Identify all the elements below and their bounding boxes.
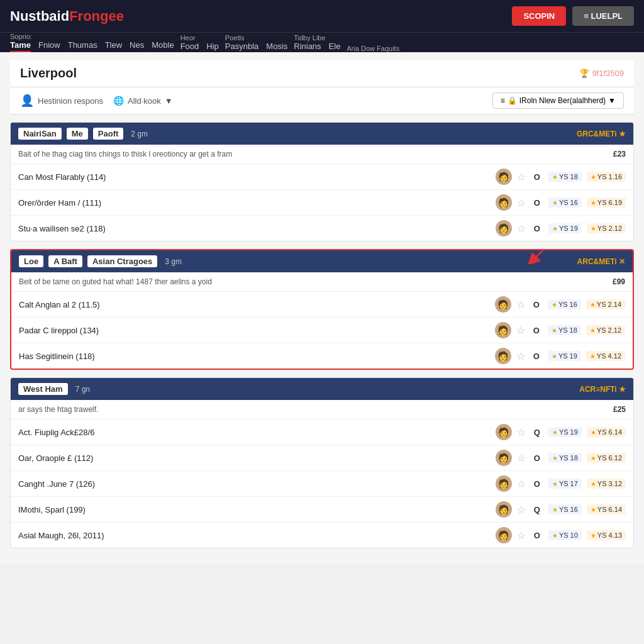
- nav-item-ele[interactable]: Ele: [329, 42, 341, 52]
- filter-hestinion[interactable]: 👤 Hestinion respons: [20, 94, 103, 108]
- section-loe-tags: Loe A Baft Asian Ctragoes 3 gm: [19, 255, 182, 267]
- star-small-icon: ★: [591, 506, 596, 513]
- tag-asian-ctragoes[interactable]: Asian Ctragoes: [87, 255, 157, 267]
- scopin-button[interactable]: SCOPIN: [512, 6, 566, 26]
- section-nairisan: NairiSan Me Paoft 2 gm GRC&METi ★ Bait o…: [10, 122, 634, 242]
- section-westham-header: West Ham 7 gn ACR≡NFTi ★: [11, 378, 633, 400]
- star-icon[interactable]: ☆: [516, 299, 525, 311]
- star-small-icon: ★: [591, 199, 596, 206]
- lock-icon: 🔒: [508, 96, 517, 105]
- row-name: Oar, Oraople £ (112): [18, 453, 491, 463]
- row-badge-1: ★ YS 19: [548, 351, 581, 361]
- row-status: O: [531, 479, 543, 489]
- filter-alld[interactable]: 🌐 Alld·kook ▼: [113, 96, 173, 106]
- star-small-icon: ★: [552, 455, 558, 462]
- filter-left: 👤 Hestinion respons 🌐 Alld·kook ▼: [20, 94, 173, 108]
- star-small-icon: ★: [591, 480, 596, 487]
- section-badge-2: ARC&METi ✕: [577, 257, 625, 266]
- nav-item-mosis[interactable]: Mosis: [266, 42, 287, 52]
- star-small-icon: ★: [591, 174, 596, 180]
- row-status: O: [531, 198, 543, 208]
- star-icon[interactable]: ☆: [517, 197, 526, 209]
- star-icon[interactable]: ☆: [517, 171, 526, 183]
- row-status: O: [530, 326, 543, 335]
- tag-me[interactable]: Me: [67, 128, 88, 140]
- star-icon[interactable]: ☆: [517, 426, 526, 438]
- tag-loe[interactable]: Loe: [19, 255, 43, 267]
- row-name: Has Segitlinein (118): [19, 352, 490, 361]
- nav-item-tame[interactable]: Tame: [10, 40, 31, 52]
- row-name: Orer/ōrder Ham / (111): [18, 198, 491, 208]
- nav-item-hip[interactable]: Hip: [206, 42, 219, 52]
- nav-item-food[interactable]: Food: [180, 42, 199, 52]
- tag-abaft[interactable]: A Baft: [48, 255, 82, 267]
- nav-item-tlew[interactable]: Tlew: [105, 40, 122, 52]
- section-count-1: 2 gm: [131, 130, 148, 138]
- page-id: 🏆 9f1f3509: [579, 69, 624, 78]
- table-row: Padar C lireppol (134) 🧑 ☆ O ★ YS 18 ★ Y…: [11, 318, 633, 343]
- section-nairisan-header: NairiSan Me Paoft 2 gm GRC&METi ★: [11, 123, 633, 145]
- nav-category-aria: Aria Dow Faquits: [347, 45, 399, 52]
- section-desc-3: ar says the htag trawelf. £25: [11, 400, 633, 419]
- page-title-bar: Liverpool 🏆 9f1f3509: [10, 60, 634, 87]
- table-row: IMothi, Sparl (199) 🧑 ☆ Q ★ YS 16 ★ YS 6…: [11, 497, 633, 523]
- luelpl-button[interactable]: ≡ LUELPL: [572, 6, 634, 26]
- chevron-down-icon-filter: ▼: [608, 96, 616, 105]
- star-icon[interactable]: ☆: [517, 452, 526, 464]
- star-icon[interactable]: ☆: [517, 530, 526, 541]
- tag-nairisan[interactable]: NairiSan: [18, 128, 62, 140]
- star-icon[interactable]: ☆: [517, 478, 526, 490]
- page-title: Liverpool: [20, 66, 77, 80]
- row-badge-1: ★ YS 18: [548, 172, 582, 182]
- header-buttons: SCOPIN ≡ LUELPL: [512, 6, 634, 26]
- nav-item-rinians[interactable]: Rinians: [294, 42, 321, 52]
- section-desc-2: Beit of be tame on guted hat what! 1487 …: [11, 272, 633, 292]
- logo-red: Frongee: [69, 8, 124, 25]
- star-small-icon: ★: [552, 506, 558, 513]
- star-small-icon: ★: [552, 353, 557, 360]
- row-badge-1: ★ YS 17: [548, 479, 582, 489]
- filter-sort-button[interactable]: ≡ 🔒 IRoln Nlew Ber(alalhherd) ▼: [492, 92, 624, 109]
- row-badge-1: ★ YS 10: [548, 530, 582, 540]
- nav-item-nes[interactable]: Nes: [130, 40, 144, 52]
- nav-item-thumas[interactable]: Thumas: [68, 40, 97, 52]
- row-status: O: [531, 531, 543, 540]
- star-small-icon: ★: [552, 327, 557, 334]
- section-badge-1: GRC&METi ★: [577, 130, 626, 138]
- tag-paoft[interactable]: Paoft: [93, 128, 124, 140]
- row-badge-1: ★ YS 16: [548, 197, 582, 208]
- avatar: 🧑: [496, 169, 512, 185]
- nav-item-fniow[interactable]: Fniow: [38, 40, 60, 52]
- row-badge-1: ★ YS 19: [548, 427, 582, 437]
- header: NustbaidFrongee SCOPIN ≡ LUELPL: [0, 0, 644, 32]
- row-badge-2: ★ YS 3.12: [587, 479, 626, 489]
- nav-item-pasynbla[interactable]: Pasynbla: [225, 42, 258, 52]
- row-name: Padar C lireppol (134): [19, 326, 490, 335]
- star-icon[interactable]: ☆: [516, 325, 525, 336]
- row-badge-1: ★ YS 16: [548, 504, 582, 514]
- section-badge-3: ACR≡NFTi ★: [579, 385, 626, 394]
- section-desc-price-3: £25: [613, 405, 626, 414]
- logo-white: Nustbaid: [10, 8, 69, 25]
- logo: NustbaidFrongee: [10, 8, 124, 25]
- table-row: Act. Fiuplig Ack£28/6 🧑 ☆ Q ★ YS 19 ★ YS…: [11, 419, 633, 445]
- star-small-icon: ★: [591, 532, 596, 539]
- filter-right: ≡ 🔒 IRoln Nlew Ber(alalhherd) ▼: [492, 92, 624, 109]
- section-nairisan-tags: NairiSan Me Paoft 2 gm: [18, 128, 148, 140]
- nav-item-moble[interactable]: Moble: [152, 40, 174, 52]
- avatar: 🧑: [495, 348, 511, 364]
- chevron-down-icon: ▼: [165, 96, 173, 106]
- star-small-icon: ★: [552, 174, 558, 180]
- row-badge-2: ★ YS 6.12: [587, 453, 626, 463]
- table-row: Canght .June 7 (126) 🧑 ☆ O ★ YS 17 ★ YS …: [11, 471, 633, 497]
- filter-bar: 👤 Hestinion respons 🌐 Alld·kook ▼ ≡ 🔒 IR…: [10, 87, 634, 114]
- star-icon[interactable]: ☆: [517, 504, 526, 516]
- table-row: Oar, Oraople £ (112) 🧑 ☆ O ★ YS 18 ★ YS …: [11, 445, 633, 471]
- star-icon[interactable]: ☆: [516, 350, 525, 362]
- row-badge-2: ★ YS 6.14: [587, 504, 626, 514]
- avatar: 🧑: [496, 194, 512, 211]
- arrow-svg: [513, 249, 564, 264]
- tag-westham[interactable]: West Ham: [18, 383, 68, 395]
- section-desc-text-2: Beit of be tame on guted hat what! 1487 …: [19, 277, 212, 286]
- star-icon[interactable]: ☆: [517, 223, 526, 235]
